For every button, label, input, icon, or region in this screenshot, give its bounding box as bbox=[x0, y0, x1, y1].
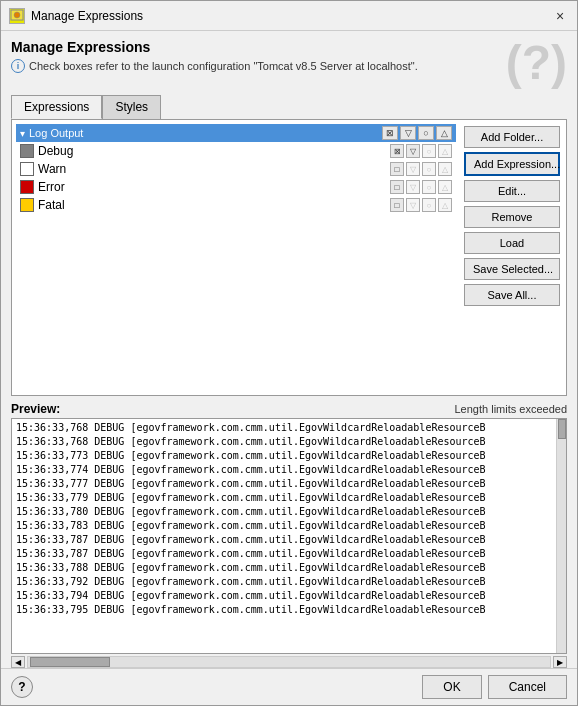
group-label: Log Output bbox=[29, 127, 83, 139]
title-bar: Manage Expressions × bbox=[1, 1, 577, 31]
horizontal-scrollbar[interactable] bbox=[27, 656, 551, 668]
remove-button[interactable]: Remove bbox=[464, 206, 560, 228]
fatal-color-box bbox=[20, 198, 34, 212]
tabs-row: Expressions Styles bbox=[11, 95, 567, 119]
load-button[interactable]: Load bbox=[464, 232, 560, 254]
buttons-panel: Add Folder... Add Expression... Edit... … bbox=[462, 124, 562, 391]
chevron-icon: ▾ bbox=[20, 128, 25, 139]
warn-check-icon[interactable]: □ bbox=[390, 162, 404, 176]
list-item: 15:36:33,795 DEBUG [egovframework.com.cm… bbox=[14, 603, 552, 617]
list-item: 15:36:33,787 DEBUG [egovframework.com.cm… bbox=[14, 533, 552, 547]
list-item[interactable]: Warn □ ▽ ○ △ bbox=[16, 160, 456, 178]
add-expression-button[interactable]: Add Expression... bbox=[464, 152, 560, 176]
fatal-triangle-icon[interactable]: △ bbox=[438, 198, 452, 212]
save-all-button[interactable]: Save All... bbox=[464, 284, 560, 306]
help-button[interactable]: ? bbox=[11, 676, 33, 698]
fatal-check-icon[interactable]: □ bbox=[390, 198, 404, 212]
tree-header-icons: ⊠ ▽ ○ △ bbox=[382, 126, 452, 140]
preview-label: Preview: bbox=[11, 402, 60, 416]
debug-circle-icon[interactable]: ○ bbox=[422, 144, 436, 158]
warn-circle-icon[interactable]: ○ bbox=[422, 162, 436, 176]
list-item: 15:36:33,780 DEBUG [egovframework.com.cm… bbox=[14, 505, 552, 519]
error-circle-icon[interactable]: ○ bbox=[422, 180, 436, 194]
list-item: 15:36:33,787 DEBUG [egovframework.com.cm… bbox=[14, 547, 552, 561]
scroll-right-button[interactable]: ▶ bbox=[553, 656, 567, 668]
preview-header: Preview: Length limits exceeded bbox=[11, 402, 567, 416]
tree-header: ▾ Log Output ⊠ ▽ ○ △ bbox=[16, 124, 456, 142]
preview-section: Preview: Length limits exceeded 15:36:33… bbox=[11, 402, 567, 669]
debug-filter-icon[interactable]: ▽ bbox=[406, 144, 420, 158]
close-button[interactable]: × bbox=[551, 7, 569, 25]
list-item: 15:36:33,774 DEBUG [egovframework.com.cm… bbox=[14, 463, 552, 477]
list-item[interactable]: Fatal □ ▽ ○ △ bbox=[16, 196, 456, 214]
dialog-title: Manage Expressions bbox=[31, 9, 143, 23]
info-text: Check boxes refer to the launch configur… bbox=[29, 60, 418, 72]
header-left: Manage Expressions i Check boxes refer t… bbox=[11, 39, 496, 73]
list-item: 15:36:33,768 DEBUG [egovframework.com.cm… bbox=[14, 421, 552, 435]
add-folder-button[interactable]: Add Folder... bbox=[464, 126, 560, 148]
fatal-filter-icon[interactable]: ▽ bbox=[406, 198, 420, 212]
horizontal-scroll-area: ◀ ▶ bbox=[11, 656, 567, 668]
error-check-icon[interactable]: □ bbox=[390, 180, 404, 194]
vertical-scrollbar[interactable] bbox=[556, 419, 566, 654]
info-row: i Check boxes refer to the launch config… bbox=[11, 59, 496, 73]
preview-content: 15:36:33,768 DEBUG [egovframework.com.cm… bbox=[14, 421, 564, 652]
fatal-icons: □ ▽ ○ △ bbox=[390, 198, 452, 212]
tree-header-left: ▾ Log Output bbox=[20, 127, 378, 139]
list-item: 15:36:33,777 DEBUG [egovframework.com.cm… bbox=[14, 477, 552, 491]
list-item: 15:36:33,773 DEBUG [egovframework.com.cm… bbox=[14, 449, 552, 463]
warn-triangle-icon[interactable]: △ bbox=[438, 162, 452, 176]
debug-icons: ⊠ ▽ ○ △ bbox=[390, 144, 452, 158]
header-filter-icon[interactable]: ▽ bbox=[400, 126, 416, 140]
footer: ? OK Cancel bbox=[1, 668, 577, 705]
svg-point-1 bbox=[14, 12, 20, 18]
error-icons: □ ▽ ○ △ bbox=[390, 180, 452, 194]
fatal-label: Fatal bbox=[38, 198, 65, 212]
preview-box[interactable]: 15:36:33,768 DEBUG [egovframework.com.cm… bbox=[11, 418, 567, 655]
tab-expressions[interactable]: Expressions bbox=[11, 95, 102, 119]
error-label: Error bbox=[38, 180, 65, 194]
error-color-box bbox=[20, 180, 34, 194]
footer-buttons: OK Cancel bbox=[422, 675, 567, 699]
list-item: 15:36:33,783 DEBUG [egovframework.com.cm… bbox=[14, 519, 552, 533]
scrollbar-thumb[interactable] bbox=[558, 419, 566, 439]
list-item[interactable]: Error □ ▽ ○ △ bbox=[16, 178, 456, 196]
fatal-circle-icon[interactable]: ○ bbox=[422, 198, 436, 212]
header-circle-icon[interactable]: ○ bbox=[418, 126, 434, 140]
title-bar-left: Manage Expressions bbox=[9, 8, 143, 24]
dialog-icon bbox=[9, 8, 25, 24]
length-limit-text: Length limits exceeded bbox=[454, 403, 567, 415]
debug-triangle-icon[interactable]: △ bbox=[438, 144, 452, 158]
list-item: 15:36:33,779 DEBUG [egovframework.com.cm… bbox=[14, 491, 552, 505]
question-mark-decoration: (?) bbox=[506, 39, 567, 87]
error-filter-icon[interactable]: ▽ bbox=[406, 180, 420, 194]
manage-title: Manage Expressions bbox=[11, 39, 496, 55]
warn-icons: □ ▽ ○ △ bbox=[390, 162, 452, 176]
debug-color-box bbox=[20, 144, 34, 158]
warn-label: Warn bbox=[38, 162, 66, 176]
debug-label: Debug bbox=[38, 144, 73, 158]
info-icon: i bbox=[11, 59, 25, 73]
scroll-left-button[interactable]: ◀ bbox=[11, 656, 25, 668]
main-area: ▾ Log Output ⊠ ▽ ○ △ Debug ⊠ bbox=[11, 119, 567, 396]
list-item: 15:36:33,792 DEBUG [egovframework.com.cm… bbox=[14, 575, 552, 589]
cancel-button[interactable]: Cancel bbox=[488, 675, 567, 699]
warn-color-box bbox=[20, 162, 34, 176]
list-item: 15:36:33,768 DEBUG [egovframework.com.cm… bbox=[14, 435, 552, 449]
edit-button[interactable]: Edit... bbox=[464, 180, 560, 202]
header-triangle-icon[interactable]: △ bbox=[436, 126, 452, 140]
list-item[interactable]: Debug ⊠ ▽ ○ △ bbox=[16, 142, 456, 160]
list-item: 15:36:33,794 DEBUG [egovframework.com.cm… bbox=[14, 589, 552, 603]
tab-styles[interactable]: Styles bbox=[102, 95, 161, 119]
h-scrollbar-thumb[interactable] bbox=[30, 657, 110, 667]
list-item: 15:36:33,788 DEBUG [egovframework.com.cm… bbox=[14, 561, 552, 575]
warn-filter-icon[interactable]: ▽ bbox=[406, 162, 420, 176]
manage-expressions-dialog: Manage Expressions × Manage Expressions … bbox=[0, 0, 578, 706]
header-section: Manage Expressions i Check boxes refer t… bbox=[11, 39, 567, 87]
error-triangle-icon[interactable]: △ bbox=[438, 180, 452, 194]
tree-panel: ▾ Log Output ⊠ ▽ ○ △ Debug ⊠ bbox=[16, 124, 456, 391]
header-check-all-icon[interactable]: ⊠ bbox=[382, 126, 398, 140]
ok-button[interactable]: OK bbox=[422, 675, 481, 699]
save-selected-button[interactable]: Save Selected... bbox=[464, 258, 560, 280]
debug-check-icon[interactable]: ⊠ bbox=[390, 144, 404, 158]
